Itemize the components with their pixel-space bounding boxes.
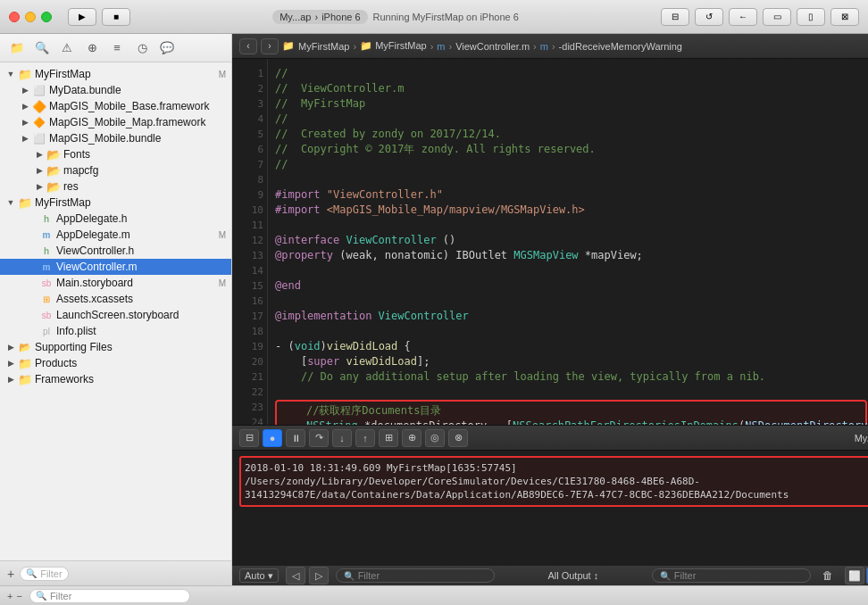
console-statusbar: Auto ▾ ◁ ▷ 🔍 Filter All Output ↕ 🔍 Filte… — [232, 566, 868, 585]
nav-btns: ◁ ▷ — [286, 567, 329, 584]
sidebar-item-mydata[interactable]: ▶ ⬜ MyData.bundle — [0, 82, 231, 98]
sidebar-item-framework-base[interactable]: ▶ 🔶 MapGIS_Mobile_Base.framework — [0, 98, 231, 114]
folder-blue-icon: 📂 — [18, 340, 32, 354]
disclosure-icon: ▶ — [18, 131, 32, 145]
sidebar-item-label: AppDelegate.m — [56, 228, 130, 241]
code-container[interactable]: 12345 678910 1112131415 1617181920 21222… — [232, 59, 868, 425]
sidebar-item-root[interactable]: ▼ 📁 MyFirstMap M — [0, 66, 231, 82]
editor-area: ‹ › 📁 MyFirstMap › 📁 MyFirstMap › m › Vi… — [232, 34, 868, 585]
step-out-btn[interactable]: ↑ — [355, 429, 375, 447]
output-label-section: All Output ↕ — [502, 570, 645, 581]
sidebar-item-frameworks[interactable]: ▶ 📁 Frameworks — [0, 371, 231, 387]
sidebar-filter[interactable]: 🔍 Filter — [20, 567, 68, 581]
no-disclosure — [25, 276, 39, 290]
play-button[interactable]: ▶ — [68, 8, 96, 26]
back-button[interactable]: ‹ — [239, 38, 257, 54]
sidebar-bottom-bar: + 🔍 Filter — [0, 560, 231, 585]
breadcrumb-arrow4: › — [533, 41, 537, 52]
close-button[interactable] — [9, 12, 20, 22]
breadcrumb-myfirstmap[interactable]: MyFirstMap — [298, 41, 349, 52]
sidebar-item-assets[interactable]: ⊞ Assets.xcassets — [0, 291, 231, 307]
stop-button[interactable]: ■ — [102, 8, 130, 26]
sidebar-warning-icon[interactable]: ⚠ — [57, 38, 77, 58]
no-disclosure — [25, 324, 39, 338]
step-over-btn[interactable]: ↷ — [309, 429, 329, 447]
sidebar-item-fonts[interactable]: ▶ 📂 Fonts — [0, 146, 231, 162]
disclosure-icon: ▶ — [4, 356, 18, 370]
layout-btn-1[interactable]: ⊟ — [661, 8, 689, 26]
sidebar-item-res[interactable]: ▶ 📂 res — [0, 178, 231, 195]
sidebar-item-viewcontroller-m[interactable]: m ViewController.m — [0, 259, 231, 275]
sidebar-folder-icon[interactable]: 📁 — [7, 38, 27, 58]
layout-btn-4[interactable]: ▭ — [763, 8, 791, 26]
output-label: All Output ↕ — [547, 570, 598, 581]
status-filter[interactable]: 🔍 Filter — [29, 589, 190, 603]
sidebar-item-supporting-files[interactable]: ▶ 📂 Supporting Files — [0, 339, 231, 355]
sidebar-item-infoplist[interactable]: pl Info.plist — [0, 323, 231, 339]
plus-status-icon[interactable]: + — [7, 591, 13, 601]
maximize-button[interactable] — [41, 12, 52, 22]
forward-button[interactable]: › — [261, 38, 279, 54]
next-btn[interactable]: ▷ — [309, 567, 329, 584]
trash-button[interactable]: 🗑 — [818, 567, 838, 584]
disclosure-icon: ▶ — [18, 99, 32, 113]
code-editor[interactable]: // // ViewController.m // MyFirstMap // … — [268, 59, 868, 425]
step-in-btn[interactable]: ↓ — [332, 429, 352, 447]
sidebar-item-myfirstmap-group[interactable]: ▼ 📁 MyFirstMap — [0, 195, 231, 211]
network-btn[interactable]: ⊗ — [448, 429, 468, 447]
sidebar-item-label: MyFirstMap — [35, 196, 91, 209]
auto-select[interactable]: Auto ▾ — [239, 568, 279, 583]
sidebar-item-label: Frameworks — [35, 373, 94, 385]
view-btn-1[interactable]: ⬜ — [845, 567, 864, 584]
variables-btn[interactable]: ⊞ — [379, 429, 398, 447]
console-filter[interactable]: 🔍 Filter — [336, 568, 495, 583]
sidebar-item-mapcfg[interactable]: ▶ 📂 mapcfg — [0, 162, 231, 178]
storyboard-icon: sb — [39, 276, 54, 290]
sidebar-item-launchscreen[interactable]: sb LaunchScreen.storyboard — [0, 307, 231, 323]
prev-btn[interactable]: ◁ — [286, 567, 305, 584]
console-run-btn[interactable]: ● — [263, 429, 282, 447]
layout-btn-3[interactable]: ← — [729, 8, 757, 26]
console-toggle-btn[interactable]: ⊟ — [239, 429, 259, 447]
layout-btn-2[interactable]: ↺ — [695, 8, 723, 26]
sidebar-item-main-storyboard[interactable]: sb Main.storyboard M — [0, 275, 231, 291]
location-btn[interactable]: ◎ — [425, 429, 445, 447]
breadcrumb-method[interactable]: -didReceiveMemoryWarning — [559, 41, 682, 52]
layout-btn-5[interactable]: ▯ — [797, 8, 825, 26]
layout-btn-6[interactable]: ⊠ — [830, 8, 859, 26]
device-label: iPhone 6 — [321, 12, 360, 22]
breadcrumb-arrow2: › — [430, 41, 434, 52]
breadcrumb-m-icon2[interactable]: m — [540, 41, 548, 52]
sidebar-item-framework-map[interactable]: ▶ 🔶 MapGIS_Mobile_Map.framework — [0, 114, 231, 130]
auto-label: Auto — [245, 570, 265, 581]
search-icon2: 🔍 — [660, 571, 671, 581]
sidebar-item-products[interactable]: ▶ 📁 Products — [0, 355, 231, 371]
breadcrumb-m-icon[interactable]: m — [437, 41, 445, 52]
no-disclosure — [25, 260, 39, 274]
log-area[interactable]: 2018-01-10 18:31:49.609 MyFirstMap[1635:… — [232, 451, 868, 566]
disclosure-icon: ▼ — [4, 67, 18, 81]
breadcrumb-viewcontroller-m[interactable]: ViewController.m — [455, 41, 530, 52]
sidebar-diff-icon[interactable]: ⊕ — [82, 38, 102, 58]
breadcrumb-myfirstmap2[interactable]: 📁 MyFirstMap — [360, 40, 427, 52]
add-button[interactable]: + — [7, 567, 14, 581]
h-file-icon: h — [39, 244, 54, 258]
search-icon: 🔍 — [344, 571, 355, 581]
sidebar-item-appdelegate-h[interactable]: h AppDelegate.h — [0, 211, 231, 227]
sidebar-message-icon[interactable]: 💬 — [157, 38, 177, 58]
sidebar-item-appdelegate-m[interactable]: m AppDelegate.m M — [0, 227, 231, 243]
capture-btn[interactable]: ⊕ — [402, 429, 421, 447]
search-icon: 🔍 — [26, 568, 37, 578]
item-badge: M — [219, 70, 226, 79]
output-filter[interactable]: 🔍 Filter — [652, 568, 811, 583]
sidebar-search-icon[interactable]: 🔍 — [32, 38, 52, 58]
minimize-button[interactable] — [25, 12, 36, 22]
sidebar-item-mobile-bundle[interactable]: ▶ ⬜ MapGIS_Mobile.bundle — [0, 130, 231, 146]
sidebar-item-viewcontroller-h[interactable]: h ViewController.h — [0, 243, 231, 259]
sidebar-history-icon[interactable]: ◷ — [132, 38, 152, 58]
console-pause-btn[interactable]: ⏸ — [286, 429, 305, 447]
myfirstmap-label: My...ap — [855, 433, 868, 443]
sidebar-list-icon[interactable]: ≡ — [107, 38, 127, 58]
framework-icon: 🔶 — [32, 99, 46, 113]
minus-status-icon[interactable]: − — [16, 591, 21, 601]
